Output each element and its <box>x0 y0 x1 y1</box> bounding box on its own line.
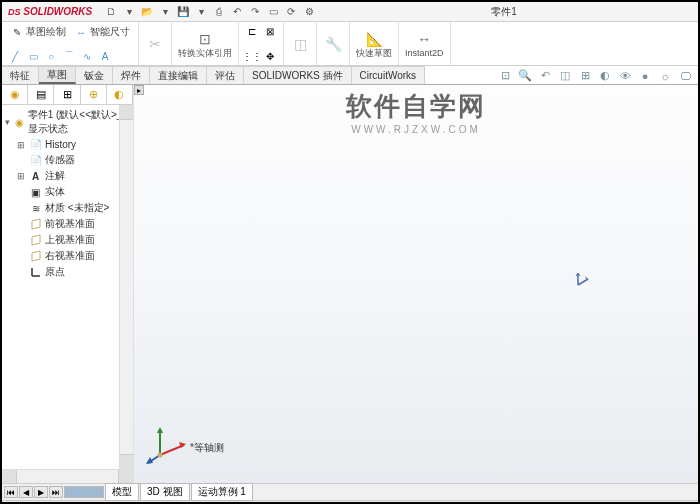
svg-line-1 <box>160 445 184 455</box>
view-orient-icon[interactable]: ⊞ <box>578 69 592 83</box>
instant2d-icon[interactable]: ↔ <box>414 29 434 49</box>
hide-show-icon[interactable]: 👁 <box>618 69 632 83</box>
tree-vertical-scrollbar[interactable] <box>119 105 133 469</box>
tab-scroll-prev-icon[interactable]: ◀ <box>19 486 33 498</box>
display-pane-icon: ◐ <box>114 88 124 101</box>
fm-tab-config[interactable]: ⊞ <box>54 85 80 104</box>
collapse-icon[interactable]: ▾ <box>4 117 12 127</box>
tab-scroll-next-icon[interactable]: ▶ <box>34 486 48 498</box>
svg-point-3 <box>158 453 163 458</box>
display-icon[interactable]: ◫ <box>290 34 310 54</box>
convert-entities-icon[interactable]: ⊡ <box>195 29 215 49</box>
tab-sheetmetal[interactable]: 钣金 <box>76 66 113 84</box>
solidbody-icon: ▣ <box>29 186 42 199</box>
document-title: 零件1 <box>316 5 692 19</box>
save-icon[interactable]: 💾 <box>176 5 190 19</box>
watermark: 软件自学网 WWW.RJZXW.COM <box>346 89 486 135</box>
dropdown-icon[interactable]: ▾ <box>122 5 136 19</box>
open-icon[interactable]: 📂 <box>140 5 154 19</box>
quick-access-toolbar: 🗋 ▾ 📂 ▾ 💾 ▾ ⎙ ↶ ↷ ▭ ⟳ ⚙ <box>104 5 316 19</box>
zoom-fit-icon[interactable]: ⊡ <box>498 69 512 83</box>
title-bar: DS SOLIDWORKS 🗋 ▾ 📂 ▾ 💾 ▾ ⎙ ↶ ↷ ▭ ⟳ ⚙ 零件… <box>2 2 698 22</box>
tree-sensors[interactable]: 📄传感器 <box>14 152 133 168</box>
bottom-tab-3dview[interactable]: 3D 视图 <box>140 483 190 501</box>
tree-annotations[interactable]: ⊞A注解 <box>14 168 133 184</box>
undo-icon[interactable]: ↶ <box>230 5 244 19</box>
ribbon-trim-group: ✂ <box>139 22 172 65</box>
graphics-viewport[interactable]: ▸ 软件自学网 WWW.RJZXW.COM *等轴测 <box>134 85 698 483</box>
ribbon-quicksketch-group: 📐 快速草图 <box>350 22 399 65</box>
print-icon[interactable]: ⎙ <box>212 5 226 19</box>
quick-sketch-icon[interactable]: 📐 <box>364 29 384 49</box>
tree-right-plane[interactable]: 右视基准面 <box>14 248 133 264</box>
bottom-tab-motion[interactable]: 运动算例 1 <box>191 483 253 501</box>
tab-direct-edit[interactable]: 直接编辑 <box>150 66 207 84</box>
bottom-tab-bar: ⏮ ◀ ▶ ⏭ 模型 3D 视图 运动算例 1 <box>2 483 698 500</box>
panel-collapse-handle[interactable]: ▸ <box>134 85 144 95</box>
zoom-area-icon[interactable]: 🔍 <box>518 69 532 83</box>
select-icon[interactable]: ▭ <box>266 5 280 19</box>
scene-icon[interactable]: ☼ <box>658 69 672 83</box>
trim-icon[interactable]: ✂ <box>145 34 165 54</box>
ribbon-repair-group: 🔧 <box>317 22 350 65</box>
redo-icon[interactable]: ↷ <box>248 5 262 19</box>
tab-scroll-last-icon[interactable]: ⏭ <box>49 486 63 498</box>
rebuild-icon[interactable]: ⟳ <box>284 5 298 19</box>
tree-root[interactable]: ▾ ◉ 零件1 (默认<<默认>_显示状态 <box>2 107 133 137</box>
property-icon: ▤ <box>36 88 46 101</box>
tree-solidbodies[interactable]: ▣实体 <box>14 184 133 200</box>
tab-sketch[interactable]: 草图 <box>39 66 76 84</box>
fm-tab-tree[interactable]: ◉ <box>2 85 28 104</box>
tab-scroll-first-icon[interactable]: ⏮ <box>4 486 18 498</box>
display-style-icon[interactable]: ◐ <box>598 69 612 83</box>
tab-sw-addins[interactable]: SOLIDWORKS 插件 <box>244 66 352 84</box>
dropdown-icon[interactable]: ▾ <box>194 5 208 19</box>
tab-features[interactable]: 特征 <box>2 66 39 84</box>
dimension-icon: ↔ <box>74 25 88 39</box>
tree-history[interactable]: ⊞📄History <box>14 137 133 152</box>
origin-marker[interactable] <box>574 271 590 289</box>
origin-icon <box>29 266 42 279</box>
feature-manager-panel: ◉ ▤ ⊞ ⊕ ◐ ▾ ◉ 零件1 (默认<<默认>_显示状态 ⊞📄Histor… <box>2 85 134 483</box>
heads-up-toolbar: ⊡ 🔍 ↶ ◫ ⊞ ◐ 👁 ● ☼ 🖵 <box>498 66 692 85</box>
pattern-icon[interactable]: ⋮⋮ <box>245 49 259 63</box>
prev-view-icon[interactable]: ↶ <box>538 69 552 83</box>
material-icon: ≋ <box>29 202 42 215</box>
repair-icon[interactable]: 🔧 <box>323 34 343 54</box>
tab-circuitworks[interactable]: CircuitWorks <box>352 66 425 84</box>
bottom-tab-model[interactable]: 模型 <box>105 483 139 501</box>
options-icon[interactable]: ⚙ <box>302 5 316 19</box>
spline-icon[interactable]: ∿ <box>80 49 94 63</box>
view-settings-icon[interactable]: 🖵 <box>678 69 692 83</box>
circle-icon[interactable]: ○ <box>44 49 58 63</box>
fm-tab-display[interactable]: ◐ <box>107 85 133 104</box>
move-icon[interactable]: ✥ <box>263 49 277 63</box>
new-doc-icon[interactable]: 🗋 <box>104 5 118 19</box>
appearance-icon[interactable]: ● <box>638 69 652 83</box>
tree-front-plane[interactable]: 前视基准面 <box>14 216 133 232</box>
ribbon-convert-group: ⊡ 转换实体引用 <box>172 22 239 65</box>
sketch-button[interactable]: ✎草图绘制 <box>8 24 68 40</box>
tab-weldments[interactable]: 焊件 <box>113 66 150 84</box>
line-icon[interactable]: ╱ <box>8 49 22 63</box>
fm-tab-property[interactable]: ▤ <box>28 85 54 104</box>
offset-icon[interactable]: ⊏ <box>245 24 259 38</box>
arc-icon[interactable]: ⌒ <box>62 49 76 63</box>
tab-spacer <box>64 486 104 498</box>
dropdown-icon[interactable]: ▾ <box>158 5 172 19</box>
text-icon[interactable]: A <box>98 49 112 63</box>
feature-tree: ▾ ◉ 零件1 (默认<<默认>_显示状态 ⊞📄History 📄传感器 ⊞A注… <box>2 105 133 469</box>
tree-material[interactable]: ≋材质 <未指定> <box>14 200 133 216</box>
tab-evaluate[interactable]: 评估 <box>207 66 244 84</box>
tree-origin[interactable]: 原点 <box>14 264 133 280</box>
plane-icon <box>29 218 42 231</box>
rect-icon[interactable]: ▭ <box>26 49 40 63</box>
section-view-icon[interactable]: ◫ <box>558 69 572 83</box>
mirror-icon[interactable]: ⊠ <box>263 24 277 38</box>
tree-root-label: 零件1 (默认<<默认>_显示状态 <box>28 108 131 136</box>
view-triad[interactable] <box>144 421 188 465</box>
fm-tab-dimxpert[interactable]: ⊕ <box>81 85 107 104</box>
tree-top-plane[interactable]: 上视基准面 <box>14 232 133 248</box>
tree-horizontal-scrollbar[interactable] <box>2 469 133 483</box>
smart-dimension-button[interactable]: ↔智能尺寸 <box>72 24 132 40</box>
